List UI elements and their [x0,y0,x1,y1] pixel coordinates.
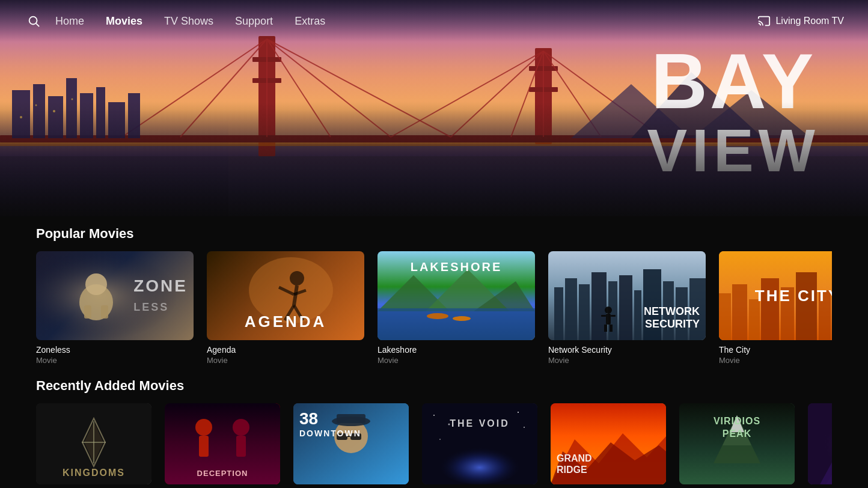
svg-rect-62 [565,278,577,340]
svg-rect-67 [634,290,641,340]
movie-card-grand-ridge[interactable]: GRANDRIDGE Grand Ridge Movie [551,403,666,488]
ns-label: NETWORK SECURITY [644,305,700,331]
poster-the-city: THE CITY [719,251,832,340]
poster-network-security: NETWORK SECURITY [548,251,706,340]
poster-lakeshore: LAKESHORE [377,251,535,340]
cast-button[interactable]: Living Room TV [757,14,844,28]
void-art [422,403,537,484]
movie-card-downtown[interactable]: 38 DOWNTOWN Downtown Movie [293,403,409,488]
poster-kingdoms: KINGDOMS [36,403,151,484]
nav-movies[interactable]: Movies [106,15,142,28]
agenda-label: AGENDA [207,313,364,331]
zone-label: ZONELESS [133,276,188,315]
svg-rect-81 [749,299,760,340]
svg-point-47 [290,271,304,285]
movie-card-zoneless[interactable]: ZONELESS Zoneless Movie [36,251,194,365]
nav-support[interactable]: Support [235,15,273,28]
svg-point-58 [427,313,448,319]
poster-downtown: 38 DOWNTOWN [293,403,409,484]
search-icon [27,14,40,28]
svg-rect-63 [579,284,590,340]
nav-tv-shows[interactable]: TV Shows [164,15,213,28]
svg-point-108 [433,415,435,416]
movie-info-ns: Network Security Movie [548,345,706,365]
movie-card-lakeshore[interactable]: LAKESHORE Lakeshore Movie [377,251,535,365]
poster-void: THE VOID [422,403,537,484]
movie-info-city: The City Movie [719,345,832,365]
void-label: THE VOID [422,418,537,429]
lakeshore-label: LAKESHORE [377,260,535,274]
movie-name-city: The City [719,345,832,355]
svg-rect-77 [610,325,613,332]
svg-rect-73 [606,314,611,325]
movie-card-void[interactable]: THE VOID The Void Movie [422,403,537,488]
svg-point-36 [72,99,73,100]
poster-zoneless: ZONELESS [36,251,194,340]
svg-rect-66 [619,275,632,340]
svg-rect-84 [796,272,817,340]
movie-card-network-security[interactable]: NETWORK SECURITY Network Security Movie [548,251,706,365]
svg-rect-76 [604,325,607,332]
movie-name-lakeshore: Lakeshore [377,345,535,355]
cast-icon [757,14,771,28]
origins-label: ORIGINS [808,468,832,478]
movie-name-ns: Network Security [548,345,706,355]
svg-point-72 [605,307,612,314]
movie-type-ns: Movie [548,356,706,365]
nav-home[interactable]: Home [55,15,84,28]
movie-name-agenda: Agenda [207,345,364,355]
movie-info-zoneless: Zoneless Movie [36,345,194,365]
deception-label: DECEPTION [165,468,280,478]
popular-movies-section: Popular Movies [0,226,868,365]
movie-card-viridios[interactable]: VIRIDIOSPEAK Viridios Peak Movie [679,403,795,488]
grand-label: GRANDRIDGE [557,453,592,475]
hero-overlay [0,102,868,222]
svg-rect-45 [101,305,108,319]
poster-viridios: VIRIDIOSPEAK [679,403,795,484]
movie-card-kingdoms[interactable]: KINGDOMS Kingdoms Movie [36,403,151,488]
svg-rect-44 [84,305,91,319]
movie-info-lakeshore: Lakeshore Movie [377,345,535,365]
movie-card-the-city[interactable]: THE CITY The City Movie [719,251,832,365]
kingdoms-label: KINGDOMS [36,468,151,478]
svg-line-1 [36,23,39,26]
search-button[interactable] [24,11,43,31]
movie-name-zoneless: Zoneless [36,345,194,355]
svg-point-59 [453,316,471,321]
poster-origins: ORIGINS [808,403,832,484]
poster-agenda: AGENDA [207,251,364,340]
movie-card-agenda[interactable]: AGENDA Agenda Movie [207,251,364,365]
svg-rect-75 [611,315,616,317]
svg-point-112 [439,439,441,440]
movie-card-origins[interactable]: ORIGINS Origins Movie [808,403,832,488]
svg-rect-98 [236,436,246,457]
recently-added-section: Recently Added Movies KINGDOMS [0,378,868,488]
svg-point-110 [518,412,519,413]
nav-links: Home Movies TV Shows Support Extras [55,15,757,28]
movie-card-deception[interactable]: DECEPTION Deception Movie [165,403,280,488]
movie-type-city: Movie [719,356,832,365]
recently-added-row: KINGDOMS Kingdoms Movie [36,403,832,488]
svg-point-107 [438,442,522,484]
movie-type-zoneless: Movie [36,356,194,365]
svg-point-97 [233,419,249,436]
city-label: THE CITY [719,287,832,305]
svg-point-0 [29,17,37,25]
svg-rect-96 [199,436,209,457]
svg-point-43 [85,273,107,295]
cast-label: Living Room TV [775,16,844,26]
viridios-label: VIRIDIOSPEAK [679,415,795,441]
movie-type-agenda: Movie [207,356,364,365]
svg-rect-61 [554,287,563,340]
svg-rect-74 [601,315,606,317]
recently-added-title: Recently Added Movies [36,378,832,394]
movie-info-agenda: Agenda Movie [207,345,364,365]
navigation: Home Movies TV Shows Support Extras Livi… [0,0,868,42]
downtown-label: 38 DOWNTOWN [299,409,361,438]
svg-rect-57 [377,308,535,340]
popular-movies-title: Popular Movies [36,226,832,242]
poster-deception: DECEPTION [165,403,280,484]
nav-extras[interactable]: Extras [295,15,325,28]
movie-type-lakeshore: Movie [377,356,535,365]
content-area: Popular Movies [0,216,868,488]
